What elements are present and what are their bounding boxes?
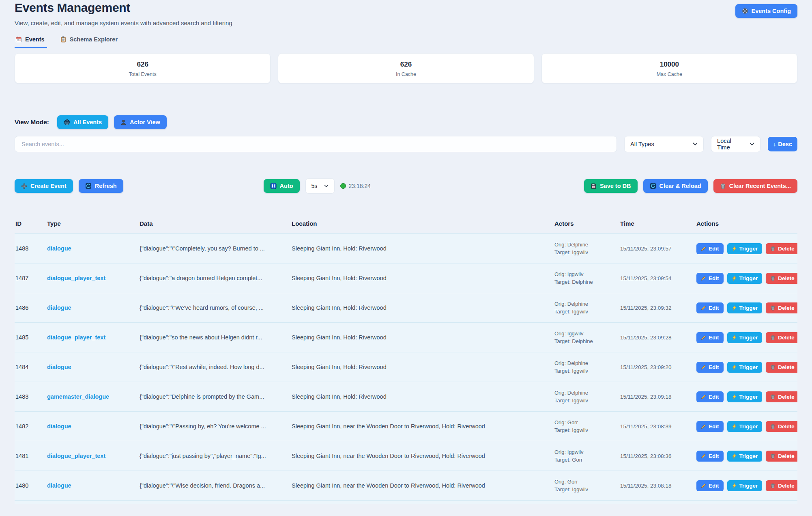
edit-button[interactable]: Edit [696, 451, 724, 462]
tab-schema-explorer[interactable]: Schema Explorer [59, 35, 120, 48]
lightning-icon [732, 365, 737, 370]
event-type-link[interactable]: dialogue [47, 364, 71, 370]
tab-events[interactable]: Events [15, 35, 47, 48]
event-type-link[interactable]: dialogue [47, 423, 71, 430]
events-config-button[interactable]: Events Config [735, 4, 797, 18]
edit-label: Edit [709, 453, 719, 459]
event-type-link[interactable]: dialogue_player_text [47, 275, 105, 281]
event-data: {"dialogue":"\"Completely, you say? Burn… [140, 245, 292, 252]
delete-label: Delete [778, 335, 795, 341]
event-location: Sleeping Giant Inn, near the Wooden Door… [292, 423, 554, 430]
delete-label: Delete [778, 364, 795, 370]
event-actor-target: Target: Iggwilv [554, 426, 614, 434]
edit-button[interactable]: Edit [696, 391, 724, 402]
table-row: 1483 gamemaster_dialogue {"dialogue":"De… [15, 382, 797, 411]
trigger-button[interactable]: Trigger [727, 480, 763, 491]
all-events-button[interactable]: All Events [57, 115, 108, 129]
event-type-link[interactable]: dialogue_player_text [47, 453, 105, 459]
edit-button[interactable]: Edit [696, 302, 724, 313]
delete-button[interactable]: Delete [766, 391, 797, 402]
delete-label: Delete [778, 394, 795, 400]
delete-label: Delete [778, 246, 795, 252]
trigger-button[interactable]: Trigger [727, 273, 763, 284]
trigger-button[interactable]: Trigger [727, 302, 763, 313]
time-display-select[interactable]: Local Time [711, 136, 760, 152]
actor-view-button[interactable]: Actor View [114, 115, 167, 129]
search-input[interactable] [15, 136, 617, 152]
type-filter-select[interactable]: All Types [624, 136, 704, 152]
event-actors: Orig: Delphine Target: Iggwilv [554, 241, 620, 257]
trash-icon [770, 335, 775, 340]
edit-button[interactable]: Edit [696, 480, 724, 491]
edit-label: Edit [709, 246, 719, 252]
event-actors: Orig: Iggwilv Target: Delphine [554, 270, 620, 286]
trigger-button[interactable]: Trigger [727, 362, 763, 373]
trigger-button[interactable]: Trigger [727, 243, 763, 254]
gear-icon [742, 8, 748, 14]
create-event-button[interactable]: Create Event [15, 179, 73, 193]
event-time: 15/11/2025, 23:08:36 [620, 453, 696, 459]
event-location: Sleeping Giant Inn, Hold: Riverwood [292, 245, 554, 252]
delete-button[interactable]: Delete [766, 302, 797, 313]
lightning-icon [732, 483, 737, 488]
event-actors: Orig: Delphine Target: Iggwilv [554, 300, 620, 316]
toolbar-left: Create Event Refresh [15, 179, 123, 193]
trigger-label: Trigger [739, 423, 758, 430]
toolbar-center: Auto 5s 23:18:24 [123, 178, 511, 194]
table-next-row-partial [15, 500, 797, 504]
event-actor-target: Target: Delphine [554, 337, 614, 345]
stat-value: 10000 [546, 60, 793, 69]
edit-label: Edit [709, 335, 719, 341]
clear-reload-button[interactable]: Clear & Reload [643, 179, 708, 193]
event-actor-target: Target: Iggwilv [554, 397, 614, 405]
trigger-button[interactable]: Trigger [727, 451, 763, 462]
lightning-icon [732, 453, 737, 459]
edit-button[interactable]: Edit [696, 332, 724, 343]
event-type-link[interactable]: gamemaster_dialogue [47, 393, 109, 400]
stat-card-total-events: 626 Total Events [15, 53, 271, 84]
row-actions: Edit Trigger [696, 362, 791, 373]
event-type-link[interactable]: dialogue [47, 304, 71, 311]
trigger-button[interactable]: Trigger [727, 332, 763, 343]
event-type-link[interactable]: dialogue [47, 482, 71, 489]
trash-icon [770, 276, 775, 281]
interval-select[interactable]: 5s [305, 178, 335, 194]
delete-button[interactable]: Delete [766, 243, 797, 254]
auto-refresh-toggle[interactable]: Auto [264, 179, 300, 193]
delete-button[interactable]: Delete [766, 480, 797, 491]
refresh-button[interactable]: Refresh [79, 179, 123, 193]
event-id: 1480 [15, 482, 47, 489]
edit-button[interactable]: Edit [696, 421, 724, 432]
event-time: 15/11/2025, 23:09:57 [620, 246, 696, 252]
delete-label: Delete [778, 453, 795, 459]
header-data: Data [140, 220, 292, 227]
lightning-icon [732, 424, 737, 429]
stat-card-in-cache: 626 In Cache [278, 53, 534, 84]
delete-button[interactable]: Delete [766, 332, 797, 343]
floppy-disk-icon [591, 183, 597, 189]
sort-desc-button[interactable]: ↓ Desc [768, 137, 797, 151]
delete-button[interactable]: Delete [766, 421, 797, 432]
row-actions: Edit Trigger [696, 243, 791, 254]
delete-button[interactable]: Delete [766, 451, 797, 462]
trigger-button[interactable]: Trigger [727, 421, 763, 432]
edit-button[interactable]: Edit [696, 362, 724, 373]
delete-button[interactable]: Delete [766, 362, 797, 373]
edit-button[interactable]: Edit [696, 273, 724, 284]
edit-button[interactable]: Edit [696, 243, 724, 254]
chevron-down-icon [324, 185, 329, 188]
toolbar-right: Save to DB Clear & Reload [584, 179, 797, 193]
trigger-label: Trigger [739, 394, 758, 400]
table-header-row: ID Type Data Location Actors Time Action… [15, 214, 797, 233]
delete-button[interactable]: Delete [766, 273, 797, 284]
events-management-page: Events Management View, create, edit, an… [0, 0, 812, 504]
table-row: 1480 dialogue {"dialogue":"\"Wise decisi… [15, 471, 797, 500]
trigger-button[interactable]: Trigger [727, 391, 763, 402]
event-type-link[interactable]: dialogue [47, 245, 71, 252]
clear-recent-events-button[interactable]: Clear Recent Events... [713, 179, 797, 193]
pencil-icon [701, 246, 706, 251]
trigger-label: Trigger [739, 246, 758, 252]
sort-desc-label: Desc [778, 141, 792, 147]
save-to-db-button[interactable]: Save to DB [584, 179, 638, 193]
event-type-link[interactable]: dialogue_player_text [47, 334, 105, 341]
